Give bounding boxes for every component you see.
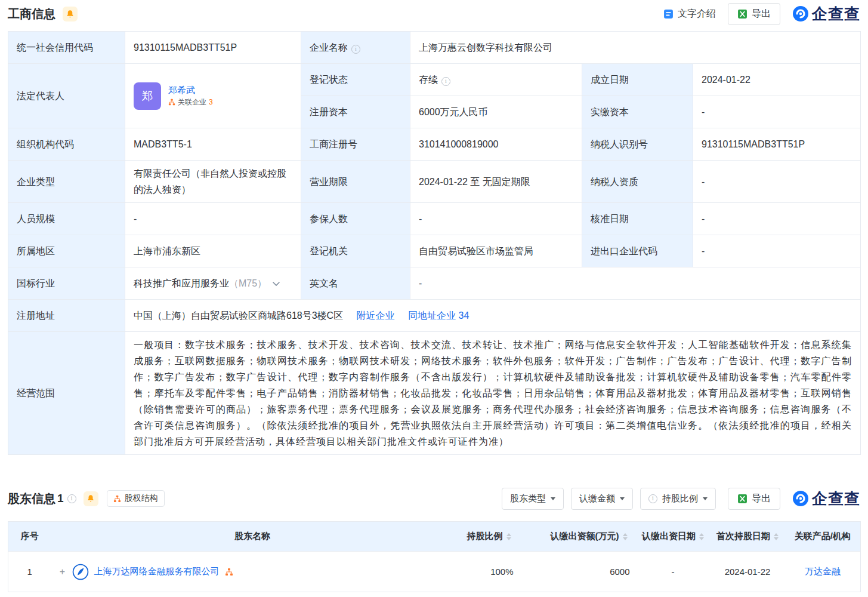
shareholders-title: 股东信息: [8, 491, 55, 507]
value-english-name: -: [410, 267, 861, 300]
row-org-code: 组织机构代码 MADB3TT5-1 工商注册号 310141000819000 …: [8, 128, 861, 161]
row-address: 注册地址 中国（上海）自由贸易试验区商城路618号3楼C区 附近企业 同地址企业…: [8, 300, 861, 332]
chevron-down-icon: [551, 497, 555, 500]
label-reg-number: 工商注册号: [301, 128, 410, 161]
document-icon: [663, 9, 674, 19]
value-approval-date: -: [693, 203, 861, 235]
row-region: 所属地区 上海市浦东新区 登记机关 自由贸易试验区市场监管局 进出口企业代码 -: [8, 235, 861, 267]
shareholder-related: 万达金融: [785, 552, 861, 592]
business-info-header-left: 工商信息: [8, 6, 78, 22]
col-no: 序号: [8, 522, 51, 552]
nearby-companies-link[interactable]: 附近企业: [357, 310, 395, 321]
shareholder-ratio: 100%: [454, 552, 520, 592]
qichacha-logo: 企查查: [792, 488, 860, 509]
row-company-type: 企业类型 有限责任公司（非自然人投资或控股的法人独资） 营业期限 2024-01…: [8, 161, 861, 203]
value-paid-capital: -: [693, 96, 861, 128]
related-companies-count: 3: [209, 98, 213, 106]
bell-glyph: [66, 10, 75, 19]
value-org-code: MADB3TT5-1: [125, 128, 301, 161]
shareholder-amount: 6000: [520, 552, 636, 592]
shareholder-sub-date: -: [636, 552, 711, 592]
text-intro-label: 文字介绍: [678, 8, 716, 20]
legal-rep-link[interactable]: 郑希武: [168, 85, 213, 96]
value-reg-status: 存续: [410, 64, 582, 96]
shareholders-table-header-row: 序号 股东名称 持股比例 认缴出资额(万元) 认缴出资日期 首次持股日期 关联产…: [8, 522, 861, 552]
label-industry: 国标行业: [8, 267, 125, 300]
business-info-header-right: 文字介绍 导出 企查查: [663, 3, 860, 25]
filter-shareholder-type[interactable]: 股东类型: [502, 488, 564, 510]
value-reg-number: 310141000819000: [410, 128, 582, 161]
label-reg-status: 登记状态: [301, 64, 410, 96]
qichacha-logo-text: 企查查: [812, 488, 860, 509]
expand-row-button[interactable]: +: [58, 567, 67, 577]
bell-icon[interactable]: [63, 7, 78, 21]
equity-structure-icon: [113, 495, 121, 503]
relationship-icon[interactable]: [225, 568, 233, 576]
qichacha-logo-icon: [792, 490, 809, 507]
label-taxpayer-id: 纳税人识别号: [582, 128, 693, 161]
label-business-scope: 经营范围: [8, 332, 125, 455]
shareholders-filters: 股东类型 认缴金额 持股比例: [502, 488, 716, 510]
label-credit-code: 统一社会信用代码: [8, 32, 125, 64]
qichacha-logo-text: 企查查: [812, 4, 860, 24]
value-address: 中国（上海）自由贸易试验区商城路618号3楼C区 附近企业 同地址企业 34: [125, 300, 861, 332]
chevron-down-icon: [703, 497, 708, 500]
value-business-scope: 一般项目：数字技术服务；技术服务、技术开发、技术咨询、技术交流、技术转让、技术推…: [125, 332, 861, 455]
col-ratio: 持股比例: [454, 522, 520, 552]
shareholder-company-link[interactable]: 上海万达网络金融服务有限公司: [94, 566, 220, 577]
label-address: 注册地址: [8, 300, 125, 332]
row-business-scope: 经营范围 一般项目：数字技术服务；技术服务、技术开发、技术咨询、技术交流、技术转…: [8, 332, 861, 455]
text-intro-button[interactable]: 文字介绍: [663, 8, 716, 20]
shareholder-no: 1: [8, 552, 51, 592]
sort-icon[interactable]: [623, 533, 628, 540]
info-icon[interactable]: [67, 494, 76, 503]
col-related: 关联产品/机构: [785, 522, 861, 552]
col-amount: 认缴出资额(万元): [520, 522, 636, 552]
excel-icon: [737, 9, 747, 19]
value-insured-count: -: [410, 203, 582, 235]
shareholder-row: 1 + 上海万达网络金融服务有限公司 100% 6000 -: [8, 552, 861, 592]
label-paid-capital: 实缴资本: [582, 96, 693, 128]
export-button[interactable]: 导出: [728, 3, 780, 25]
row-staff: 人员规模 - 参保人数 - 核准日期 -: [8, 203, 861, 235]
business-info-header: 工商信息 文字介绍 导出 企查查: [8, 0, 860, 27]
value-region: 上海市浦东新区: [125, 235, 301, 267]
shareholder-first-date: 2024-01-22: [711, 552, 785, 592]
qichacha-logo-icon: [792, 5, 809, 22]
label-approval-date: 核准日期: [582, 203, 693, 235]
legal-rep-info: 郑希武 关联企业 3: [168, 85, 213, 106]
equity-structure-button[interactable]: 股权结构: [107, 490, 165, 507]
sort-icon[interactable]: [774, 533, 779, 540]
related-companies-link[interactable]: 关联企业 3: [168, 98, 213, 106]
chevron-down-icon[interactable]: [273, 282, 280, 286]
filter-shareholding-ratio[interactable]: 持股比例: [640, 488, 716, 510]
label-import-export-code: 进出口企业代码: [582, 235, 693, 267]
same-address-companies-link[interactable]: 同地址企业 34: [408, 310, 469, 321]
related-product-link[interactable]: 万达金融: [805, 566, 841, 576]
value-staff-size: -: [125, 203, 301, 235]
col-sub-date: 认缴出资日期: [636, 522, 711, 552]
label-company-type: 企业类型: [8, 161, 125, 203]
bell-icon[interactable]: [84, 491, 98, 506]
label-insured-count: 参保人数: [301, 203, 410, 235]
sort-icon[interactable]: [506, 533, 511, 540]
label-staff-size: 人员规模: [8, 203, 125, 235]
legal-rep-avatar: 郑: [134, 82, 161, 110]
chevron-down-icon: [620, 497, 625, 500]
label-reg-authority: 登记机关: [301, 235, 410, 267]
shareholder-name-block: + 上海万达网络金融服务有限公司: [57, 564, 448, 580]
industry-code: （M75）: [229, 278, 267, 288]
info-icon[interactable]: [351, 45, 360, 54]
bell-glyph: [87, 494, 95, 503]
value-company-type: 有限责任公司（非自然人投资或控股的法人独资）: [125, 161, 301, 203]
shareholder-name-cell: + 上海万达网络金融服务有限公司: [51, 552, 454, 592]
label-org-code: 组织机构代码: [8, 128, 125, 161]
filter-subscribed-amount[interactable]: 认缴金额: [571, 488, 633, 510]
export-button[interactable]: 导出: [728, 488, 780, 510]
info-icon[interactable]: [441, 77, 450, 86]
value-reg-capital: 6000万元人民币: [410, 96, 582, 128]
sort-icon[interactable]: [699, 533, 704, 540]
shareholders-header: 股东信息 1 股权结构 股东类型 认缴金额 持股比例: [8, 485, 860, 512]
value-reg-authority: 自由贸易试验区市场监管局: [410, 235, 582, 267]
label-taxpayer-qualification: 纳税人资质: [582, 161, 693, 203]
